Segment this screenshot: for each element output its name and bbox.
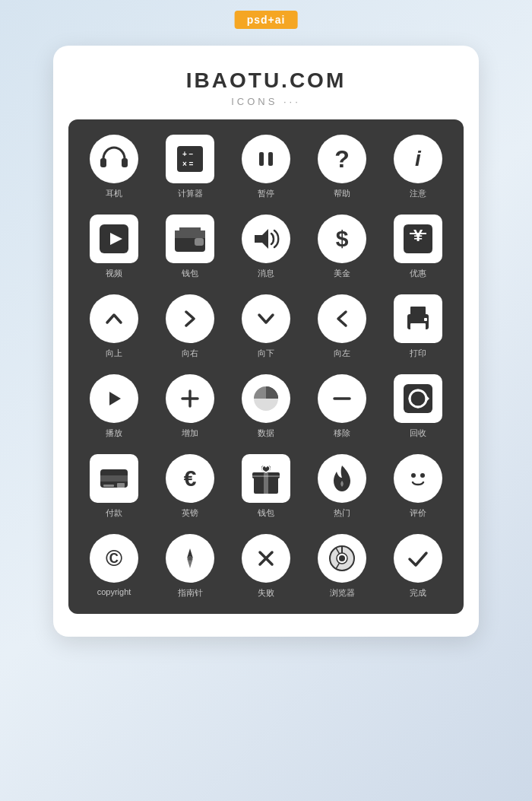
info-icon: i (415, 147, 421, 171)
video-icon (98, 223, 130, 255)
icon-item-recycle: 回收 (384, 374, 452, 439)
add-icon-circle (166, 374, 214, 423)
compass-icon-circle (166, 534, 214, 583)
icon-row-5: 付款 € 英镑 (76, 454, 456, 519)
icon-label-print: 打印 (410, 348, 426, 359)
headphone-icon (99, 145, 129, 173)
icon-item-help: ? 帮助 (308, 135, 376, 199)
icon-label-recycle: 回收 (410, 428, 426, 439)
headphone-icon-circle (90, 135, 138, 183)
icon-label-fail: 失败 (258, 587, 274, 599)
euro-icon-circle: € (166, 454, 214, 503)
chrome-icon (328, 544, 356, 573)
icon-item-sound: 消息 (232, 215, 300, 279)
icon-label-euro: 英镑 (182, 507, 198, 519)
copyright-icon-circle: © (90, 534, 138, 583)
svg-text:×  =: × = (182, 160, 194, 168)
icon-label-data: 数据 (258, 428, 274, 439)
close-x-icon (254, 546, 278, 571)
icon-item-video: 视频 (80, 215, 148, 279)
help-icon: ? (334, 145, 350, 173)
recycle-icon (402, 383, 434, 415)
icon-label-pay: 付款 (106, 507, 122, 519)
icon-item-data: 数据 (232, 374, 300, 439)
remove-icon-circle (318, 374, 366, 423)
icon-label-rating: 评价 (410, 507, 426, 519)
done-icon-circle (394, 534, 442, 583)
rating-icon-circle (394, 454, 442, 503)
wallet-icon (173, 224, 207, 253)
icon-item-remove: 移除 (308, 374, 376, 439)
creditcard-icon (97, 462, 131, 495)
icon-item-right: 向右 (156, 294, 224, 359)
play-icon-circle (90, 374, 138, 423)
down-arrow-icon (255, 307, 277, 330)
discount-icon: ¥ (402, 223, 434, 255)
help-icon-circle: ? (318, 135, 366, 183)
icon-label-down: 向下 (258, 348, 274, 359)
dollar-icon: $ (336, 226, 349, 252)
icon-item-euro: € 英镑 (156, 454, 224, 519)
top-badge: psd+ai (235, 11, 298, 29)
svg-point-46 (339, 555, 345, 561)
pause-icon (254, 147, 278, 171)
svg-point-35 (420, 473, 425, 478)
icon-label-pause: 暂停 (258, 188, 274, 199)
icon-item-rating: 评价 (384, 454, 452, 519)
card-subtitle: ICONS ··· (53, 96, 479, 107)
hot-icon-circle (318, 454, 366, 503)
icon-label-gift: 钱包 (258, 507, 274, 519)
icon-item-info: i 注意 (384, 135, 452, 199)
svg-rect-16 (410, 307, 426, 316)
icon-label-help: 帮助 (334, 188, 350, 199)
icon-label-headphone: 耳机 (106, 188, 122, 199)
discount-icon-square: ¥ (394, 215, 442, 263)
svg-rect-17 (410, 323, 426, 331)
icon-label-add: 增加 (182, 428, 198, 439)
pause-icon-circle (242, 135, 290, 183)
icon-label-browser: 浏览器 (330, 587, 355, 599)
print-icon (401, 302, 435, 335)
svg-rect-33 (252, 475, 280, 477)
icon-row-1: 耳机 + − × = 计算器 (76, 135, 456, 199)
sound-icon-circle (242, 215, 290, 263)
icon-label-copyright: copyright (97, 587, 131, 596)
svg-rect-0 (100, 158, 106, 167)
smile-icon (404, 464, 432, 493)
calc-icon-square: + − × = (166, 135, 214, 183)
icon-item-headphone: 耳机 (80, 135, 148, 199)
gift-icon (249, 462, 283, 495)
copyright-icon: © (106, 545, 122, 571)
icon-row-4: 播放 增加 (76, 374, 456, 439)
data-icon-circle (242, 374, 290, 423)
browser-icon-circle (318, 534, 366, 583)
minus-icon (330, 386, 354, 411)
icon-grid-container: 耳机 + − × = 计算器 (68, 119, 464, 614)
icon-item-down: 向下 (232, 294, 300, 359)
svg-rect-5 (259, 152, 264, 166)
icon-item-gift: 钱包 (232, 454, 300, 519)
svg-text:¥: ¥ (413, 226, 423, 245)
icon-item-browser: 浏览器 (308, 534, 376, 599)
checkmark-icon (406, 546, 430, 571)
icon-item-calc: + − × = 计算器 (156, 135, 224, 199)
icon-label-wallet1: 钱包 (182, 268, 198, 279)
left-arrow-icon (331, 307, 353, 330)
left-icon-circle (318, 294, 366, 343)
icon-item-pause: 暂停 (232, 135, 300, 199)
card: IBAOTU.COM ICONS ··· 耳机 (53, 46, 479, 637)
card-title: IBAOTU.COM (53, 68, 479, 93)
icon-item-hot: 热门 (308, 454, 376, 519)
icon-label-play: 播放 (106, 428, 122, 439)
svg-rect-29 (117, 483, 125, 488)
svg-marker-12 (255, 229, 268, 249)
icon-item-done: 完成 (384, 534, 452, 599)
icon-row-6: © copyright 指南针 (76, 534, 456, 599)
icon-item-wallet: 钱包 (156, 215, 224, 279)
svg-rect-28 (103, 485, 114, 487)
svg-point-38 (188, 556, 192, 561)
icon-label-info: 注意 (410, 188, 426, 199)
play-icon (103, 387, 125, 410)
icon-row-3: 向上 向右 向下 (76, 294, 456, 359)
icon-item-copyright: © copyright (80, 534, 148, 596)
